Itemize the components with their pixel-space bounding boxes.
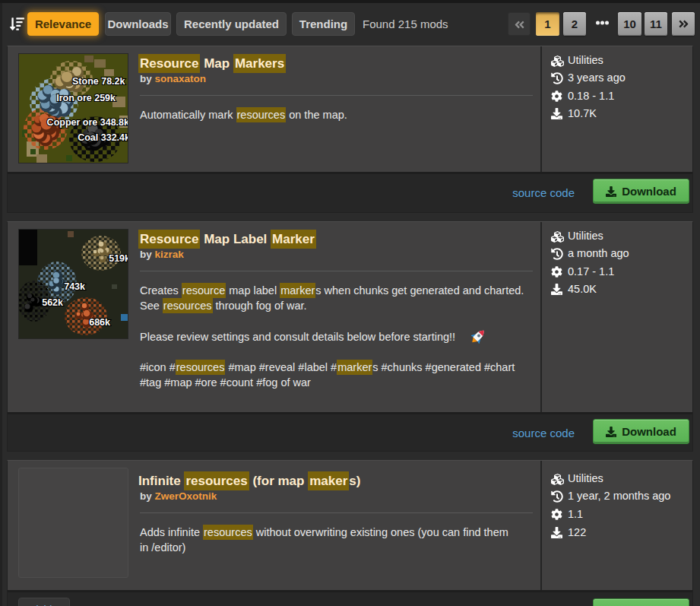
svg-text:519k: 519k [109, 253, 128, 264]
svg-text:Copper ore 348.8k: Copper ore 348.8k [47, 117, 128, 128]
svg-text:Coal 332.4k: Coal 332.4k [78, 132, 128, 143]
svg-text:562k: 562k [42, 297, 63, 308]
svg-text:Iron ore 259k: Iron ore 259k [56, 93, 116, 103]
svg-text:686k: 686k [89, 317, 110, 328]
svg-text:Stone 78.2k: Stone 78.2k [72, 76, 125, 87]
svg-text:743k: 743k [64, 281, 85, 292]
